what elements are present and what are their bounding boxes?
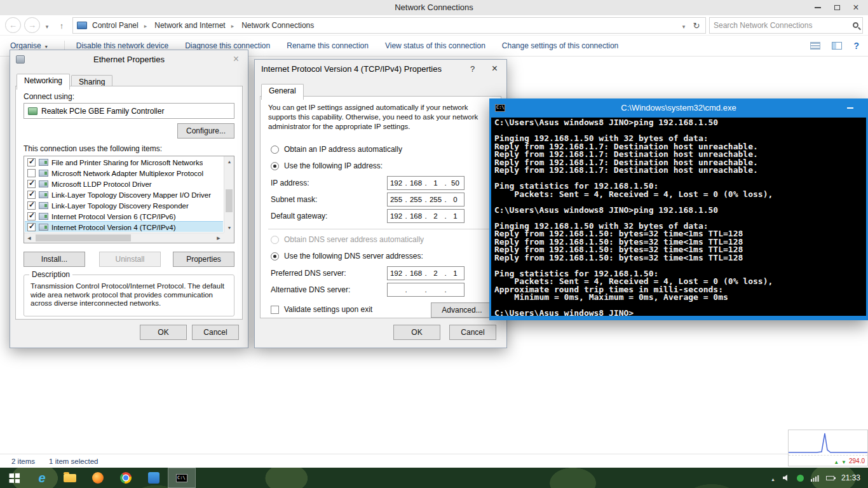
close-button[interactable] [484, 61, 505, 76]
address-dropdown-icon[interactable] [680, 20, 688, 31]
list-item-ipv4[interactable]: Internet Protocol Version 4 (TCP/IPv4) [25, 222, 223, 232]
default-gateway-field[interactable]: 19216821 [387, 209, 465, 223]
radio-icon[interactable] [271, 236, 279, 244]
forward-button[interactable] [24, 17, 40, 33]
taskbar-blue-app[interactable] [140, 468, 168, 488]
recent-pages-dropdown-icon[interactable] [43, 20, 51, 31]
checkbox[interactable] [27, 180, 36, 188]
radio-use-following-ip[interactable]: Use the following IP address: [271, 161, 383, 170]
checkbox[interactable] [27, 212, 36, 220]
radio-obtain-ip-auto[interactable]: Obtain an IP address automatically [271, 145, 402, 154]
checkbox-label: Validate settings upon exit [284, 305, 372, 314]
dialog-title-bar[interactable]: Ethernet Properties [10, 50, 248, 69]
toolbar-change-settings[interactable]: Change settings of this connection [502, 41, 618, 50]
search-input[interactable] [714, 21, 850, 30]
adapter-name-box[interactable]: Realtek PCIe GBE Family Controller [24, 103, 234, 119]
breadcrumb-item-network-connections[interactable]: Network Connections [239, 20, 316, 31]
volume-icon[interactable] [782, 474, 790, 482]
horizontal-scrollbar[interactable] [24, 233, 224, 243]
list-item-label: Microsoft LLDP Protocol Driver [51, 180, 152, 188]
close-button[interactable] [226, 51, 247, 67]
search-icon[interactable] [853, 22, 858, 28]
close-button[interactable] [846, 0, 865, 15]
minimize-button[interactable] [841, 98, 859, 118]
breadcrumb-item-network-and-internet[interactable]: Network and Internet [152, 20, 236, 31]
toolbar-organise[interactable]: Organise [10, 41, 48, 50]
taskbar-chrome[interactable] [112, 468, 140, 488]
advanced-button[interactable]: Advanced... [431, 302, 493, 318]
ok-button[interactable]: OK [140, 325, 187, 340]
maximize-button[interactable] [827, 0, 846, 15]
taskbar-internet-explorer[interactable] [28, 468, 56, 488]
breadcrumb[interactable]: Control Panel Network and Internet Netwo… [72, 17, 706, 34]
radio-icon[interactable] [271, 252, 279, 261]
preview-pane-icon[interactable] [832, 42, 842, 50]
checkbox[interactable] [27, 223, 36, 231]
tab-general[interactable]: General [261, 84, 304, 100]
scroll-down-icon[interactable] [224, 222, 234, 233]
taskbar-file-explorer[interactable] [56, 468, 84, 488]
console-output[interactable]: C:\Users\Asus windows8 JINO>ping 192.168… [491, 118, 866, 316]
taskbar-clock[interactable]: 21:33 [841, 473, 860, 482]
uninstall-button[interactable]: Uninstall [99, 252, 161, 267]
list-item-topology-mapper[interactable]: Link-Layer Topology Discovery Mapper I/O… [25, 189, 223, 200]
taskbar-cmd[interactable] [168, 468, 196, 488]
start-button[interactable] [0, 468, 28, 488]
search-box[interactable] [709, 17, 863, 34]
configure-button[interactable]: Configure... [177, 123, 234, 139]
cancel-button[interactable]: Cancel [192, 325, 239, 340]
radio-use-following-dns[interactable]: Use the following DNS server addresses: [271, 252, 423, 261]
cmd-title-bar[interactable]: C:\Windows\system32\cmd.exe [489, 98, 868, 118]
battery-icon[interactable] [826, 476, 834, 480]
validate-settings-checkbox-row[interactable]: Validate settings upon exit [271, 305, 372, 314]
toolbar-diagnose-connection[interactable]: Diagnose this connection [185, 41, 270, 50]
scroll-up-icon[interactable] [224, 156, 234, 166]
vertical-scrollbar[interactable] [224, 156, 234, 233]
tab-networking[interactable]: Networking [17, 74, 70, 90]
ip-address-field[interactable]: 192168150 [387, 176, 465, 190]
checkbox[interactable] [27, 191, 36, 199]
toolbar-disable-device[interactable]: Disable this network device [76, 41, 168, 50]
list-item-ipv6[interactable]: Internet Protocol Version 6 (TCP/IPv6) [25, 211, 223, 222]
subnet-mask-field[interactable]: 2552552550 [387, 193, 465, 207]
list-item-multiplexor-protocol[interactable]: Microsoft Network Adapter Multiplexor Pr… [25, 168, 223, 179]
help-button[interactable] [462, 61, 483, 76]
firefox-icon [92, 472, 104, 484]
checkbox[interactable] [27, 201, 36, 210]
cancel-button[interactable]: Cancel [449, 325, 496, 340]
toolbar-view-status[interactable]: View status of this connection [385, 41, 485, 50]
preferred-dns-field[interactable]: 19216821 [387, 266, 465, 280]
breadcrumb-item-control-panel[interactable]: Control Panel [90, 20, 149, 31]
list-item-lldp-driver[interactable]: Microsoft LLDP Protocol Driver [25, 179, 223, 189]
checkbox[interactable] [271, 306, 279, 314]
scrollbar-thumb[interactable] [226, 189, 233, 212]
network-graph-widget[interactable]: 294.0 [788, 430, 868, 466]
scroll-right-icon[interactable] [214, 233, 224, 243]
install-button[interactable]: Install... [24, 252, 85, 267]
radio-icon[interactable] [271, 162, 279, 170]
properties-button[interactable]: Properties [173, 252, 234, 267]
radio-obtain-dns-auto[interactable]: Obtain DNS server address automatically [271, 235, 424, 244]
view-options-icon[interactable] [810, 42, 820, 50]
taskbar-firefox[interactable] [84, 468, 112, 488]
alternative-dns-field[interactable] [387, 283, 465, 297]
scrollbar-thumb[interactable] [36, 234, 131, 241]
radio-icon[interactable] [271, 146, 279, 154]
toolbar-rename-connection[interactable]: Rename this connection [287, 41, 369, 50]
checkbox[interactable] [27, 158, 36, 166]
green-tray-icon[interactable] [797, 475, 804, 482]
network-signal-icon[interactable] [811, 475, 819, 482]
ok-button[interactable]: OK [393, 325, 440, 340]
up-button[interactable] [54, 18, 69, 33]
list-item-file-printer-sharing[interactable]: File and Printer Sharing for Microsoft N… [25, 157, 223, 168]
dialog-title-bar[interactable]: Internet Protocol Version 4 (TCP/IPv4) P… [255, 60, 506, 79]
checkbox[interactable] [27, 169, 36, 177]
help-icon[interactable] [853, 40, 859, 51]
title-bar[interactable]: Network Connections [0, 0, 868, 15]
refresh-icon[interactable] [690, 20, 703, 31]
back-button[interactable] [5, 17, 21, 33]
list-item-topology-responder[interactable]: Link-Layer Topology Discovery Responder [25, 200, 223, 211]
scroll-left-icon[interactable] [24, 233, 34, 243]
minimize-button[interactable] [808, 0, 827, 15]
tray-chevron-icon[interactable] [771, 472, 775, 484]
